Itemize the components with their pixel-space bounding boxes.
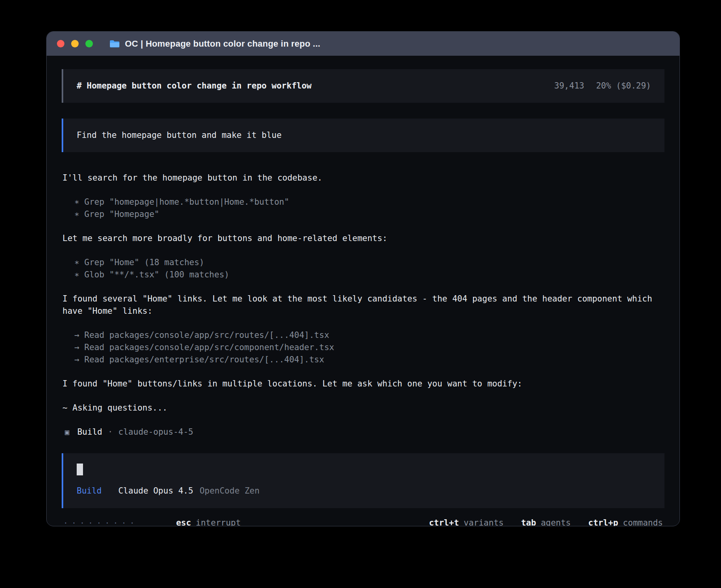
assistant-message: I found several "Home" links. Let me loo… <box>62 293 655 317</box>
shortcut-variants: ctrl+tvariants <box>429 517 504 526</box>
shortcut-label: commands <box>623 518 663 526</box>
folder-icon <box>109 40 120 48</box>
status-bar-left: ········· escinterrupt <box>63 517 241 526</box>
window-title: OC | Homepage button color change in rep… <box>125 39 320 49</box>
terminal-window: OC | Homepage button color change in rep… <box>46 31 680 526</box>
user-message-text: Find the homepage button and make it blu… <box>77 129 281 141</box>
shortcut-label: interrupt <box>196 518 241 526</box>
status-bar-right: ctrl+tvariants tabagents ctrl+pcommands <box>429 517 663 526</box>
shortcut-label: variants <box>464 518 504 526</box>
shortcut-key: tab <box>521 518 536 526</box>
tool-call-read: → Read packages/console/app/src/routes/[… <box>62 329 664 341</box>
token-count: 39,413 <box>554 80 584 92</box>
agent-model: claude-opus-4-5 <box>118 426 193 438</box>
conversation-transcript: I'll search for the homepage button in t… <box>62 172 664 453</box>
shortcut-agents: tabagents <box>521 517 571 526</box>
prompt-input[interactable]: Build Claude Opus 4.5 OpenCode Zen <box>62 453 664 508</box>
tool-call-group: ∗ Grep "homepage|home.*button|Home.*butt… <box>62 196 664 220</box>
tool-call-grep: ∗ Grep "Homepage" <box>62 208 664 220</box>
agent-square-icon: ▣ <box>65 426 69 438</box>
session-stats: 39,413 20% ($0.29) <box>554 80 651 92</box>
text-cursor <box>77 464 83 475</box>
agent-name: Build <box>77 426 102 438</box>
shortcut-key: ctrl+t <box>429 518 459 526</box>
session-header: # Homepage button color change in repo w… <box>62 69 664 103</box>
tool-call-read: → Read packages/enterprise/src/routes/[.… <box>62 354 664 366</box>
tool-call-read: → Read packages/console/app/src/componen… <box>62 341 664 354</box>
input-model-label[interactable]: Claude Opus 4.5 <box>118 485 193 497</box>
close-window-button[interactable] <box>57 40 64 47</box>
agent-separator: · <box>108 426 113 438</box>
window-title-group: OC | Homepage button color change in rep… <box>109 39 320 49</box>
tool-call-grep: ∗ Grep "Home" (18 matches) <box>62 256 664 269</box>
shortcut-commands: ctrl+pcommands <box>588 517 663 526</box>
assistant-message: I'll search for the homepage button in t… <box>62 172 655 184</box>
input-provider-label: OpenCode Zen <box>200 485 260 497</box>
asking-questions-status: ~ Asking questions... <box>62 402 664 414</box>
tool-call-glob: ∗ Glob "**/*.tsx" (100 matches) <box>62 269 664 281</box>
tool-call-grep: ∗ Grep "homepage|home.*button|Home.*butt… <box>62 196 664 208</box>
shortcut-key: ctrl+p <box>588 518 618 526</box>
traffic-lights <box>57 40 93 47</box>
shortcut-interrupt: escinterrupt <box>176 517 241 526</box>
window-titlebar: OC | Homepage button color change in rep… <box>47 32 679 56</box>
assistant-message: I found "Home" buttons/links in multiple… <box>62 378 655 390</box>
activity-dots-indicator: ········· <box>63 517 138 526</box>
input-meta-row: Build Claude Opus 4.5 OpenCode Zen <box>77 485 651 497</box>
zoom-window-button[interactable] <box>85 40 93 47</box>
status-bar: ········· escinterrupt ctrl+tvariants ta… <box>62 508 664 526</box>
shortcut-key: esc <box>176 518 191 526</box>
input-mode-label[interactable]: Build <box>77 485 102 497</box>
session-title: # Homepage button color change in repo w… <box>77 80 311 92</box>
agent-status-row: ▣ Build · claude-opus-4-5 <box>62 426 664 438</box>
shortcut-label: agents <box>541 518 571 526</box>
context-usage: 20% ($0.29) <box>596 80 651 92</box>
assistant-message: Let me search more broadly for buttons a… <box>62 232 655 245</box>
tool-call-group: ∗ Grep "Home" (18 matches) ∗ Glob "**/*.… <box>62 256 664 281</box>
terminal-content: # Homepage button color change in repo w… <box>47 56 679 526</box>
tool-call-group: → Read packages/console/app/src/routes/[… <box>62 329 664 366</box>
user-message: Find the homepage button and make it blu… <box>62 119 664 152</box>
minimize-window-button[interactable] <box>71 40 79 47</box>
